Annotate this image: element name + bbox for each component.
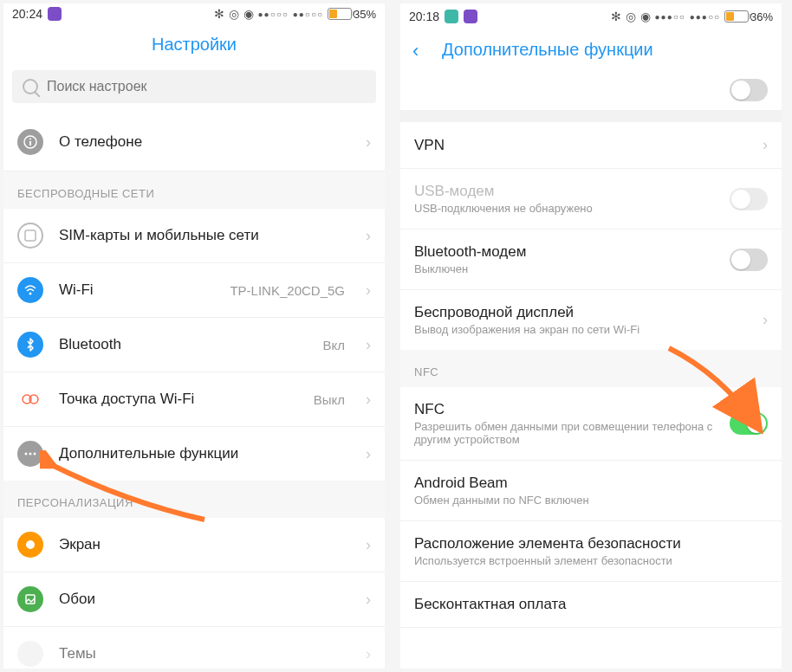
row-display[interactable]: Экран › bbox=[3, 518, 385, 572]
svg-rect-1 bbox=[29, 141, 31, 145]
row-sublabel: USB-подключения не обнаружено bbox=[414, 202, 714, 215]
row-value: TP-LINK_20CD_5G bbox=[230, 283, 345, 298]
row-android-beam[interactable]: Android Beam Обмен данными по NFC включе… bbox=[400, 461, 782, 521]
row-sec-element[interactable]: Расположение элемента безопасности Испол… bbox=[400, 521, 782, 582]
row-label: Темы bbox=[59, 645, 350, 662]
row-bt-modem[interactable]: Bluetooth-модем Выключен bbox=[400, 229, 782, 290]
wifi-icon: ◉ bbox=[640, 10, 651, 23]
signal-dots-2: ●●●○○ bbox=[690, 12, 720, 22]
signal-dots-1: ●●●○○ bbox=[655, 12, 685, 22]
svg-point-10 bbox=[26, 540, 35, 549]
signal-dots-1: ●●○○○ bbox=[258, 10, 289, 19]
row-value: Выкл bbox=[314, 392, 345, 407]
statusbar-left: 20:24 ✻ ◎ ◉ ●●○○○ ●●○○○ 35% bbox=[3, 3, 385, 23]
row-usb-modem[interactable]: USB-модем USB-подключения не обнаружено bbox=[400, 169, 782, 229]
svg-point-8 bbox=[29, 453, 32, 456]
row-label: Беспроводной дисплей bbox=[414, 304, 747, 321]
bluetooth-icon: ✻ bbox=[214, 7, 224, 21]
page-title: ‹ Дополнительные функции bbox=[400, 28, 782, 75]
toggle-nfc[interactable] bbox=[730, 412, 768, 435]
back-button[interactable]: ‹ bbox=[412, 40, 419, 62]
svg-point-7 bbox=[25, 453, 28, 456]
row-bluetooth[interactable]: Bluetooth Вкл › bbox=[3, 318, 385, 372]
section-nfc: NFC bbox=[400, 350, 782, 387]
chevron-right-icon: › bbox=[763, 136, 768, 154]
toggle-partial[interactable] bbox=[730, 79, 768, 101]
battery-indicator: 36% bbox=[724, 10, 773, 23]
row-label: Bluetooth-модем bbox=[414, 243, 714, 261]
section-wireless: БЕСПРОВОДНЫЕ СЕТИ bbox=[3, 171, 385, 209]
page-title: Настройки bbox=[3, 23, 385, 70]
row-tap-pay[interactable]: Бесконтактная оплата bbox=[400, 582, 782, 628]
row-label: Бесконтактная оплата bbox=[414, 596, 768, 613]
row-wireless-display[interactable]: Беспроводной дисплей Вывод изображения н… bbox=[400, 290, 782, 350]
chevron-right-icon: › bbox=[763, 311, 768, 329]
chevron-right-icon: › bbox=[366, 645, 371, 663]
row-about-phone[interactable]: О телефоне › bbox=[3, 113, 385, 171]
chevron-right-icon: › bbox=[366, 227, 371, 245]
row-value: Вкл bbox=[323, 338, 346, 352]
row-label: Wi-Fi bbox=[59, 281, 214, 299]
phone-left: 20:24 ✻ ◎ ◉ ●●○○○ ●●○○○ 35% Настройки О … bbox=[3, 3, 385, 669]
row-wifi[interactable]: Wi-Fi TP-LINK_20CD_5G › bbox=[3, 263, 385, 318]
statusbar-right: 20:18 ✻ ◎ ◉ ●●●○○ ●●●○○ 36% bbox=[400, 3, 782, 28]
row-themes[interactable]: Темы › bbox=[3, 627, 385, 669]
svg-rect-3 bbox=[25, 230, 36, 241]
toggle-usb-modem[interactable] bbox=[730, 188, 768, 210]
sim-icon bbox=[17, 223, 43, 249]
row-vpn[interactable]: VPN › bbox=[400, 122, 782, 169]
chevron-right-icon: › bbox=[366, 536, 371, 554]
app-icon bbox=[445, 10, 458, 23]
svg-point-4 bbox=[29, 293, 32, 295]
info-icon bbox=[17, 129, 43, 155]
display-icon bbox=[17, 532, 43, 558]
row-more-features[interactable]: Дополнительные функции › bbox=[3, 427, 385, 481]
wifi-icon bbox=[17, 277, 43, 303]
svg-point-2 bbox=[29, 139, 31, 140]
row-sublabel: Используется встроенный элемент безопасн… bbox=[414, 554, 768, 567]
row-sublabel: Вывод изображения на экран по сети Wi-Fi bbox=[414, 323, 747, 336]
row-label: О телефоне bbox=[59, 133, 350, 151]
search-icon bbox=[23, 79, 38, 94]
phone-right: 20:18 ✻ ◎ ◉ ●●●○○ ●●●○○ 36% ‹ Дополнител… bbox=[400, 3, 782, 669]
row-sublabel: Выключен bbox=[414, 262, 714, 275]
app-icon bbox=[48, 7, 62, 21]
row-nfc[interactable]: NFC Разрешить обмен данными при совмещен… bbox=[400, 387, 782, 461]
row-wallpaper[interactable]: Обои › bbox=[3, 572, 385, 627]
row-label: Расположение элемента безопасности bbox=[414, 535, 768, 552]
themes-icon bbox=[17, 641, 43, 667]
battery-indicator: 35% bbox=[328, 8, 376, 21]
row-label: USB-модем bbox=[414, 183, 714, 200]
clock: 20:18 bbox=[409, 10, 439, 23]
chevron-right-icon: › bbox=[366, 591, 371, 609]
bluetooth-icon bbox=[17, 332, 43, 358]
bluetooth-icon: ✻ bbox=[611, 10, 621, 23]
row-label: Точка доступа Wi-Fi bbox=[59, 391, 298, 408]
wallpaper-icon bbox=[17, 586, 43, 612]
row-label: Дополнительные функции bbox=[59, 445, 350, 462]
vibrate-icon: ◎ bbox=[626, 10, 636, 23]
search-container[interactable] bbox=[12, 70, 376, 103]
row-sublabel: Обмен данными по NFC включен bbox=[414, 494, 768, 507]
signal-dots-2: ●●○○○ bbox=[293, 10, 323, 19]
row-label: Android Beam bbox=[414, 475, 768, 492]
app-icon bbox=[464, 10, 477, 23]
row-label: NFC bbox=[414, 401, 714, 418]
search-input[interactable] bbox=[47, 79, 366, 94]
wifi-icon: ◉ bbox=[243, 7, 254, 21]
chevron-right-icon: › bbox=[366, 133, 371, 152]
row-label: Обои bbox=[59, 591, 350, 608]
section-personalization: ПЕРСОНАЛИЗАЦИЯ bbox=[3, 481, 385, 518]
toggle-bt-modem[interactable] bbox=[730, 249, 768, 271]
clock: 20:24 bbox=[12, 7, 42, 21]
chevron-right-icon: › bbox=[366, 391, 371, 409]
row-label: SIM-карты и мобильные сети bbox=[59, 227, 350, 244]
row-partial-toggle bbox=[400, 75, 782, 110]
row-sim[interactable]: SIM-карты и мобильные сети › bbox=[3, 209, 385, 263]
row-sublabel: Разрешить обмен данными при совмещении т… bbox=[414, 420, 714, 446]
row-hotspot[interactable]: Точка доступа Wi-Fi Выкл › bbox=[3, 372, 385, 427]
row-label: Экран bbox=[59, 536, 350, 553]
hotspot-icon bbox=[17, 386, 43, 412]
svg-point-9 bbox=[34, 453, 36, 456]
vibrate-icon: ◎ bbox=[229, 7, 239, 21]
